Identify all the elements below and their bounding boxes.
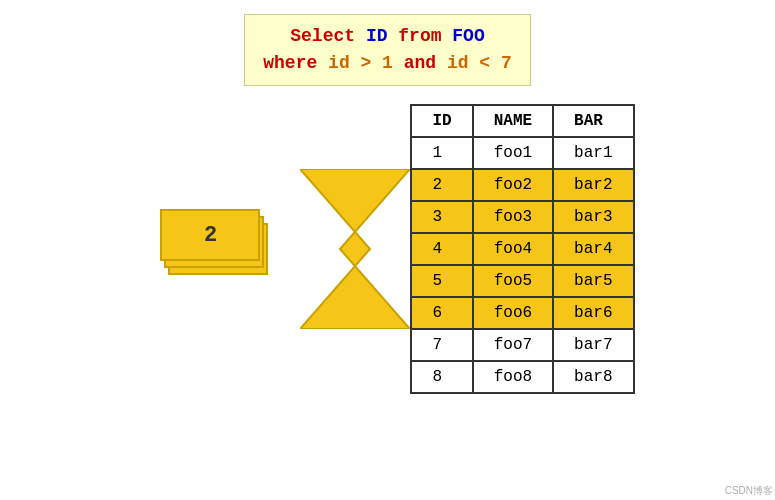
- arrow-chevron: [300, 169, 410, 329]
- cell-name-1: foo2: [473, 169, 553, 201]
- cell-id-5: 6: [411, 297, 472, 329]
- query-line2: where id > 1 and id < 7: [263, 50, 511, 77]
- cell-id-1: 2: [411, 169, 472, 201]
- query-line1: Select ID from FOO: [263, 23, 511, 50]
- keyword-where: where: [263, 53, 328, 73]
- table-row: 7foo7bar7: [411, 329, 633, 361]
- cell-id-2: 3: [411, 201, 472, 233]
- cell-bar-5: bar6: [553, 297, 633, 329]
- table-row: 6foo6bar6: [411, 297, 633, 329]
- table-row: 4foo4bar4: [411, 233, 633, 265]
- condition2: id < 7: [447, 53, 512, 73]
- lower-area: 2 ID NAME BAR 1foo1bar12foo2bar23foo3bar…: [0, 104, 775, 394]
- cell-id-3: 4: [411, 233, 472, 265]
- cell-name-6: foo7: [473, 329, 553, 361]
- svg-marker-0: [300, 169, 410, 329]
- table-row: 8foo8bar8: [411, 361, 633, 393]
- table-row: 1foo1bar1: [411, 137, 633, 169]
- keyword-select: Select: [290, 26, 366, 46]
- table-header-row: ID NAME BAR: [411, 105, 633, 137]
- table-name: FOO: [452, 26, 484, 46]
- col-header-bar: BAR: [553, 105, 633, 137]
- cell-bar-0: bar1: [553, 137, 633, 169]
- cell-bar-4: bar5: [553, 265, 633, 297]
- table-body: 1foo1bar12foo2bar23foo3bar34foo4bar45foo…: [411, 137, 633, 393]
- main-container: Select ID from FOO where id > 1 and id <…: [0, 0, 775, 500]
- cell-bar-6: bar7: [553, 329, 633, 361]
- chevron-svg: [300, 169, 410, 329]
- query-box: Select ID from FOO where id > 1 and id <…: [244, 14, 530, 86]
- condition1: id > 1: [328, 53, 404, 73]
- card-value: 2: [204, 223, 217, 248]
- keyword-from: from: [388, 26, 453, 46]
- id-field: ID: [366, 26, 388, 46]
- data-table: ID NAME BAR 1foo1bar12foo2bar23foo3bar34…: [410, 104, 634, 394]
- stacked-cards: 2: [160, 209, 270, 289]
- table-row: 2foo2bar2: [411, 169, 633, 201]
- table-row: 5foo5bar5: [411, 265, 633, 297]
- cell-bar-2: bar3: [553, 201, 633, 233]
- cell-bar-3: bar4: [553, 233, 633, 265]
- col-header-id: ID: [411, 105, 472, 137]
- cell-name-7: foo8: [473, 361, 553, 393]
- col-header-name: NAME: [473, 105, 553, 137]
- cell-id-7: 8: [411, 361, 472, 393]
- keyword-and: and: [404, 53, 447, 73]
- cell-id-4: 5: [411, 265, 472, 297]
- cell-id-0: 1: [411, 137, 472, 169]
- table-row: 3foo3bar3: [411, 201, 633, 233]
- watermark: CSDN博客: [725, 484, 773, 498]
- card-front: 2: [160, 209, 260, 261]
- cell-id-6: 7: [411, 329, 472, 361]
- cell-name-4: foo5: [473, 265, 553, 297]
- cell-bar-7: bar8: [553, 361, 633, 393]
- cell-name-3: foo4: [473, 233, 553, 265]
- cell-name-2: foo3: [473, 201, 553, 233]
- cell-name-5: foo6: [473, 297, 553, 329]
- cell-name-0: foo1: [473, 137, 553, 169]
- cell-bar-1: bar2: [553, 169, 633, 201]
